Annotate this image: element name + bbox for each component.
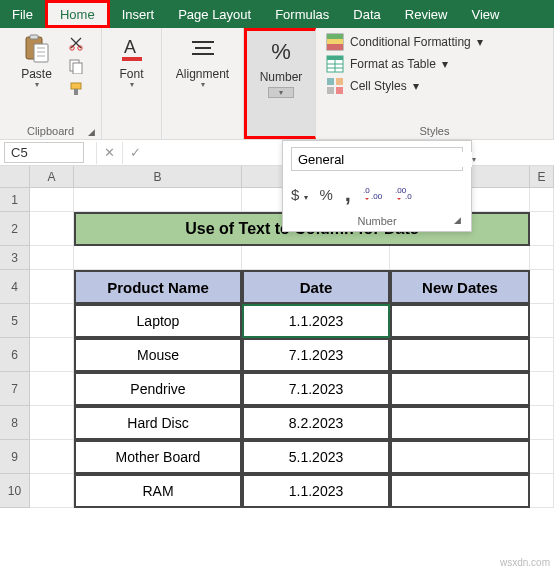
data-cell[interactable]: RAM	[74, 474, 242, 508]
cell[interactable]	[530, 338, 554, 372]
number-label: Number	[260, 70, 303, 84]
brush-icon	[68, 81, 84, 97]
tab-review[interactable]: Review	[393, 0, 460, 28]
accept-formula-button[interactable]: ✓	[122, 142, 148, 164]
row-header[interactable]: 10	[0, 474, 30, 508]
copy-button[interactable]	[65, 56, 87, 76]
row-header[interactable]: 1	[0, 188, 30, 212]
cell[interactable]	[30, 474, 74, 508]
row-header[interactable]: 3	[0, 246, 30, 270]
data-cell[interactable]: 1.1.2023	[242, 474, 390, 508]
cell[interactable]	[30, 212, 74, 246]
col-header[interactable]: E	[530, 166, 554, 187]
svg-rect-2	[34, 44, 48, 62]
tab-home[interactable]: Home	[45, 0, 110, 28]
data-cell[interactable]	[390, 338, 530, 372]
cell[interactable]	[30, 406, 74, 440]
tab-view[interactable]: View	[459, 0, 511, 28]
number-format-button[interactable]: % Number ▾	[253, 34, 309, 98]
header-cell[interactable]: Product Name	[74, 270, 242, 304]
data-cell[interactable]: Mouse	[74, 338, 242, 372]
header-cell[interactable]: Date	[242, 270, 390, 304]
row-header[interactable]: 9	[0, 440, 30, 474]
data-cell[interactable]	[390, 406, 530, 440]
cell[interactable]	[30, 246, 74, 270]
cell[interactable]	[390, 246, 530, 270]
data-cell[interactable]: Mother Board	[74, 440, 242, 474]
data-cell[interactable]	[390, 440, 530, 474]
cell[interactable]	[30, 440, 74, 474]
row-header[interactable]: 4	[0, 270, 30, 304]
format-as-table-button[interactable]: Format as Table▾	[326, 55, 483, 73]
data-cell[interactable]: Pendrive	[74, 372, 242, 406]
data-cell[interactable]: 7.1.2023	[242, 372, 390, 406]
svg-rect-26	[327, 78, 334, 85]
cell[interactable]	[30, 304, 74, 338]
cancel-formula-button[interactable]: ✕	[96, 142, 122, 164]
data-cell[interactable]: Hard Disc	[74, 406, 242, 440]
number-format-input[interactable]	[292, 152, 472, 167]
data-cell-selected[interactable]: 1.1.2023	[242, 304, 390, 338]
data-cell[interactable]: 7.1.2023	[242, 338, 390, 372]
row-header[interactable]: 2	[0, 212, 30, 246]
cell[interactable]	[530, 246, 554, 270]
percent-button[interactable]: %	[320, 186, 333, 203]
row-header[interactable]: 8	[0, 406, 30, 440]
font-button[interactable]: A Font ▾	[108, 31, 156, 89]
tab-data[interactable]: Data	[341, 0, 392, 28]
col-header[interactable]: A	[30, 166, 74, 187]
cell[interactable]	[530, 212, 554, 246]
select-all-corner[interactable]	[0, 166, 30, 187]
cell[interactable]	[30, 188, 74, 212]
format-painter-button[interactable]	[65, 79, 87, 99]
currency-button[interactable]: $ ▾	[291, 186, 308, 203]
row-header[interactable]: 7	[0, 372, 30, 406]
decrease-decimal-button[interactable]: .00.0	[395, 185, 415, 204]
number-format-field[interactable]: ▾	[291, 147, 463, 171]
data-cell[interactable]	[390, 304, 530, 338]
increase-decimal-button[interactable]: .0.00	[363, 185, 383, 204]
data-cell[interactable]	[390, 372, 530, 406]
cell[interactable]	[30, 338, 74, 372]
cell[interactable]	[30, 270, 74, 304]
header-cell[interactable]: New Dates	[390, 270, 530, 304]
row-header[interactable]: 6	[0, 338, 30, 372]
cell[interactable]	[530, 372, 554, 406]
cell[interactable]	[74, 188, 242, 212]
cell[interactable]	[530, 440, 554, 474]
cond-format-label: Conditional Formatting	[350, 35, 471, 49]
cell[interactable]	[74, 246, 242, 270]
alignment-button[interactable]: Alignment ▾	[173, 31, 233, 89]
col-header[interactable]: B	[74, 166, 242, 187]
cell[interactable]	[530, 474, 554, 508]
row-header[interactable]: 5	[0, 304, 30, 338]
chevron-down-icon[interactable]: ▾	[268, 87, 294, 98]
cell[interactable]	[530, 304, 554, 338]
tab-page-layout[interactable]: Page Layout	[166, 0, 263, 28]
dialog-launcher-icon[interactable]: ◢	[88, 127, 95, 137]
cell[interactable]	[242, 246, 390, 270]
svg-rect-11	[74, 89, 78, 95]
cell[interactable]	[30, 372, 74, 406]
tab-formulas[interactable]: Formulas	[263, 0, 341, 28]
tab-file[interactable]: File	[0, 0, 45, 28]
cell[interactable]	[530, 270, 554, 304]
chevron-down-icon: ▾	[201, 80, 205, 89]
paste-button[interactable]: Paste ▾	[13, 31, 61, 89]
data-cell[interactable]	[390, 474, 530, 508]
tab-insert[interactable]: Insert	[110, 0, 167, 28]
cell[interactable]	[530, 406, 554, 440]
data-cell[interactable]: 8.2.2023	[242, 406, 390, 440]
conditional-formatting-button[interactable]: Conditional Formatting▾	[326, 33, 483, 51]
cell[interactable]	[530, 188, 554, 212]
cell-styles-button[interactable]: Cell Styles▾	[326, 77, 483, 95]
group-alignment: Alignment ▾	[162, 28, 244, 139]
comma-button[interactable]: ,	[345, 181, 351, 207]
data-cell[interactable]: Laptop	[74, 304, 242, 338]
cell-styles-label: Cell Styles	[350, 79, 407, 93]
chevron-down-icon[interactable]: ▾	[472, 155, 476, 164]
cut-button[interactable]	[65, 33, 87, 53]
data-cell[interactable]: 5.1.2023	[242, 440, 390, 474]
name-box[interactable]: C5	[4, 142, 84, 163]
dialog-launcher-icon[interactable]: ◢	[454, 215, 461, 225]
